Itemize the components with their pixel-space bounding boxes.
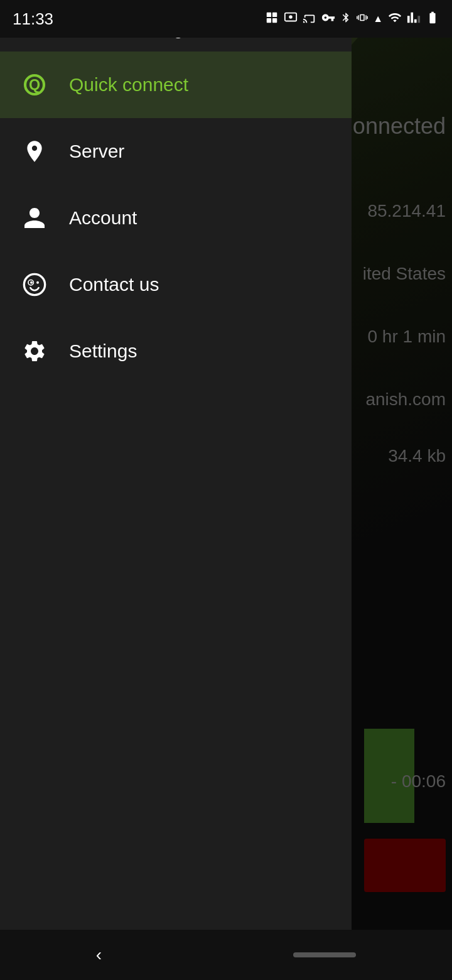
up-arrow-icon: ▲ — [373, 13, 383, 24]
side-drawer: malavidasoftware@gmail.com Q Quick conne… — [0, 0, 352, 980]
status-bar: 11:33 ▲ — [0, 0, 452, 38]
cast-icon — [303, 11, 316, 28]
menu-label-account: Account — [69, 207, 137, 229]
bluetooth-icon — [340, 11, 352, 28]
svg-rect-0 — [267, 12, 271, 16]
svg-point-9 — [30, 281, 33, 284]
face-icon — [19, 269, 50, 300]
svg-rect-2 — [267, 18, 271, 22]
menu-item-quick-connect[interactable]: Q Quick connect — [0, 52, 352, 118]
notification-icon-1 — [265, 11, 279, 28]
svg-point-10 — [36, 281, 39, 284]
key-icon — [321, 11, 335, 28]
person-icon — [19, 202, 50, 234]
menu-label-contact: Contact us — [69, 274, 159, 295]
gear-icon — [19, 335, 50, 367]
location-icon — [19, 136, 50, 167]
signal-icon — [407, 11, 421, 28]
vibrate-icon — [357, 11, 368, 28]
drawer-overlay[interactable]: malavidasoftware@gmail.com Q Quick conne… — [0, 0, 452, 980]
battery-icon — [426, 11, 439, 28]
wifi-icon — [388, 11, 402, 28]
menu-item-settings[interactable]: Settings — [0, 318, 352, 384]
svg-text:Q: Q — [29, 77, 40, 93]
menu-label-quick-connect: Quick connect — [69, 74, 188, 95]
menu-item-contact[interactable]: Contact us — [0, 251, 352, 318]
svg-rect-1 — [272, 12, 277, 16]
svg-rect-3 — [272, 18, 277, 22]
menu-item-account[interactable]: Account — [0, 185, 352, 251]
svg-point-5 — [289, 15, 293, 18]
screen-record-icon — [284, 11, 298, 28]
status-time: 11:33 — [13, 9, 53, 29]
menu-list: Q Quick connect Server — [0, 52, 352, 980]
back-button[interactable]: ‹ — [96, 945, 102, 965]
home-pill[interactable] — [293, 952, 356, 957]
nav-bar: ‹ — [0, 930, 452, 980]
menu-label-settings: Settings — [69, 340, 137, 362]
q-icon: Q — [19, 69, 50, 101]
svg-point-8 — [24, 274, 45, 295]
overlay-dim[interactable] — [352, 0, 452, 980]
menu-item-server[interactable]: Server — [0, 118, 352, 185]
menu-label-server: Server — [69, 141, 124, 162]
status-icons: ▲ — [265, 11, 439, 28]
